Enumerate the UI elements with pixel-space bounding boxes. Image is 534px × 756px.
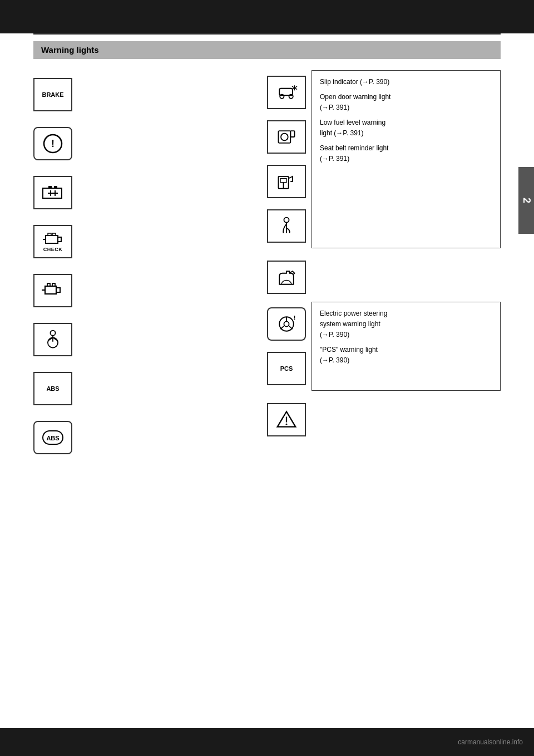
svg-rect-4 <box>54 186 57 188</box>
svg-text:!: ! <box>51 138 55 149</box>
open-door-info-text: Open door warning light(→P. 391) <box>320 93 390 111</box>
brake-icon-box: BRAKE <box>33 78 72 111</box>
slip-info: Slip indicator (→P. 390) <box>320 76 492 87</box>
section-header: Warning lights <box>33 41 501 59</box>
bottom-bar: carmanualsonline.info <box>0 728 534 756</box>
pcs-info: "PCS" warning light(→P. 390) <box>320 344 492 365</box>
pcs-row: PCS <box>267 346 306 391</box>
left-column: BRAKE ! <box>33 70 267 462</box>
brake-label: BRAKE <box>42 91 63 98</box>
low-fuel-row <box>267 159 306 204</box>
page-container: Warning lights 2 BRAKE ! <box>0 0 534 756</box>
svg-text:ABS: ABS <box>46 435 59 441</box>
svg-rect-13 <box>45 286 56 294</box>
slip-info-text: Slip indicator (→P. 390) <box>320 78 389 86</box>
section-title: Warning lights <box>41 45 99 55</box>
slip-row <box>267 70 306 115</box>
svg-rect-32 <box>290 131 294 137</box>
info-box-group-3: Electric power steeringsystem warning li… <box>312 302 501 391</box>
svg-rect-10 <box>48 233 51 235</box>
open-door-icon-box <box>267 120 306 154</box>
eps-info-text: Electric power steeringsystem warning li… <box>320 310 387 338</box>
open-door-info: Open door warning light(→P. 391) <box>320 91 492 112</box>
right-group-1: Slip indicator (→P. 390) Open door warni… <box>267 70 501 248</box>
svg-point-18 <box>50 331 55 336</box>
right-group-3: ! PCS Electric power steeringsystem <box>267 302 501 391</box>
general-warning-row <box>267 395 501 444</box>
rule-container <box>33 33 501 35</box>
pcs-label: PCS <box>280 365 293 372</box>
abs-label: ABS <box>46 385 59 392</box>
battery-row <box>33 168 267 217</box>
airbag-icon-box <box>33 323 72 356</box>
battery-icon-box <box>33 176 72 209</box>
seat-belt-icon-box <box>267 209 306 243</box>
eps-icon-box: ! <box>267 307 306 341</box>
battery-svg <box>41 181 65 204</box>
engine-row <box>33 266 267 315</box>
top-rule <box>33 33 501 35</box>
eps-info: Electric power steeringsystem warning li… <box>320 308 492 340</box>
seat-belt-svg <box>274 215 299 237</box>
eps-row: ! <box>267 302 306 346</box>
low-fuel-svg <box>274 170 299 193</box>
content-area: BRAKE ! <box>0 59 534 484</box>
right-column: Slip indicator (→P. 390) Open door warni… <box>267 70 501 462</box>
abs-circle-row: ABS <box>33 413 267 462</box>
engine-icon-box <box>33 274 72 307</box>
slip-icon-box <box>267 76 306 109</box>
abs-circle-icon-box: ABS <box>33 421 72 454</box>
tire-pressure-row: ! <box>33 119 267 168</box>
svg-text:!: ! <box>294 315 296 321</box>
check-engine-svg <box>42 231 63 247</box>
brake-row: BRAKE <box>33 70 267 119</box>
low-fuel-info-text: Low fuel level warninglight (→P. 391) <box>320 119 385 137</box>
svg-rect-16 <box>52 283 55 286</box>
slip-svg <box>274 81 299 104</box>
svg-rect-15 <box>47 283 50 286</box>
check-engine-row: CHECK <box>33 217 267 266</box>
seat-belt-info-text: Seat belt reminder light(→P. 391) <box>320 144 388 163</box>
abs-circle-svg: ABS <box>41 426 65 449</box>
airbag-row <box>33 315 267 364</box>
eps-svg: ! <box>274 313 299 335</box>
svg-line-42 <box>280 326 284 329</box>
oil-svg <box>274 266 299 288</box>
bottom-logo: carmanualsonline.info <box>458 738 523 746</box>
tire-pressure-svg: ! <box>41 132 65 155</box>
side-tab: 2 <box>518 167 534 234</box>
oil-row <box>267 253 501 302</box>
pcs-icon-box: PCS <box>267 352 306 385</box>
svg-rect-3 <box>48 186 52 188</box>
side-tab-number: 2 <box>521 198 532 203</box>
low-fuel-info: Low fuel level warninglight (→P. 391) <box>320 117 492 138</box>
right-icons-stack-1 <box>267 70 306 248</box>
low-fuel-icon-box <box>267 165 306 198</box>
seat-belt-row <box>267 204 306 248</box>
svg-rect-31 <box>278 131 290 143</box>
svg-rect-8 <box>46 235 58 243</box>
warning-triangle-svg <box>274 409 299 431</box>
svg-point-37 <box>284 218 289 223</box>
seat-belt-info: Seat belt reminder light(→P. 391) <box>320 143 492 164</box>
open-door-svg <box>274 126 299 148</box>
svg-rect-9 <box>58 237 61 242</box>
engine-svg <box>41 279 65 302</box>
warning-triangle-icon-box <box>267 403 306 436</box>
svg-point-40 <box>284 321 289 326</box>
open-door-row <box>267 115 306 159</box>
svg-point-33 <box>281 134 288 141</box>
svg-point-47 <box>286 424 288 425</box>
airbag-svg <box>41 328 65 351</box>
right-icons-stack-3: ! PCS <box>267 302 306 391</box>
svg-rect-35 <box>280 179 286 183</box>
pcs-info-text: "PCS" warning light(→P. 390) <box>320 346 378 364</box>
svg-rect-11 <box>52 233 56 235</box>
top-bar <box>0 0 534 33</box>
check-engine-icon-box: CHECK <box>33 225 72 258</box>
abs-text-row: ABS <box>33 364 267 413</box>
tire-pressure-icon-box: ! <box>33 127 72 160</box>
info-box-group-1: Slip indicator (→P. 390) Open door warni… <box>312 70 501 248</box>
abs-text-icon-box: ABS <box>33 372 72 405</box>
svg-line-43 <box>289 326 293 329</box>
